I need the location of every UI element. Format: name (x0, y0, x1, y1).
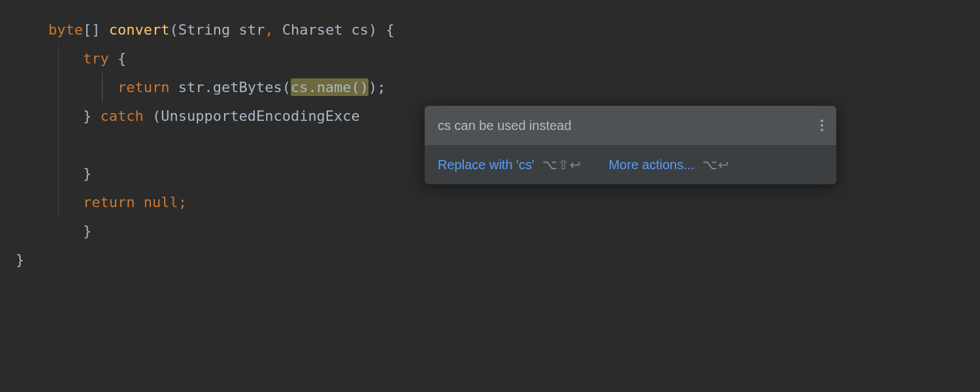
code-line[interactable]: try { (9, 44, 980, 73)
highlighted-code[interactable]: cs.name() (291, 78, 368, 96)
code-line[interactable]: } (9, 217, 980, 246)
shortcut-label: ⌥↩ (702, 157, 730, 172)
popup-header: cs can be used instead (425, 106, 836, 145)
text: } (83, 223, 91, 239)
text: } (16, 252, 24, 268)
text: , (265, 22, 282, 38)
popup-actions: Replace with 'cs' ⌥⇧↩ More actions... ⌥↩ (425, 145, 836, 184)
shortcut-label: ⌥⇧↩ (542, 157, 581, 172)
text: Charset cs) { (282, 22, 395, 38)
text: ; (178, 194, 187, 210)
code-line[interactable]: return null; (9, 188, 980, 217)
replace-action[interactable]: Replace with 'cs' (438, 157, 534, 172)
text: { (109, 50, 127, 67)
text: [] (83, 22, 109, 38)
type-keyword: byte (48, 22, 83, 38)
code-line[interactable]: } (9, 246, 980, 274)
text: } (83, 108, 101, 124)
popup-title: cs can be used instead (438, 118, 572, 133)
more-actions-link[interactable]: More actions... (609, 157, 694, 172)
method-name: convert (109, 22, 170, 38)
text: } (83, 165, 91, 182)
inspection-popup: cs can be used instead Replace with 'cs'… (425, 106, 836, 184)
code-line[interactable]: byte[] convert(String str, Charset cs) { (9, 16, 980, 44)
keyword: try (83, 50, 109, 67)
text: (String str (169, 22, 265, 38)
text: str.getBytes( (169, 79, 290, 95)
more-options-icon[interactable] (821, 120, 823, 131)
text: (UnsupportedEncodingExce (144, 108, 360, 124)
keyword: return (118, 79, 169, 95)
keyword: return null (83, 194, 178, 210)
code-line[interactable]: return str.getBytes(cs.name()); (9, 73, 980, 102)
keyword: catch (100, 108, 143, 124)
text: ); (368, 79, 386, 95)
